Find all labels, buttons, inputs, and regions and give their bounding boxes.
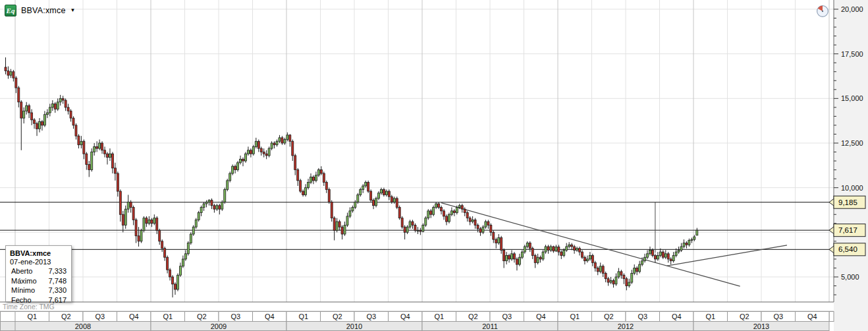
candlestick xyxy=(691,239,693,240)
candlestick xyxy=(292,141,294,156)
candlestick xyxy=(7,71,9,75)
data-tooltip: BBVA:xmce 07-ene-2013 Aberto 7,333 Máxim… xyxy=(5,245,72,302)
quarter-label: Q2 xyxy=(197,313,207,320)
candlestick xyxy=(75,125,77,136)
quarter-label: Q1 xyxy=(570,313,580,320)
candlestick xyxy=(336,222,338,231)
candlestick xyxy=(651,250,653,255)
candlestick xyxy=(341,227,343,234)
candlestick xyxy=(524,247,526,252)
candlestick xyxy=(393,198,395,202)
candlestick xyxy=(187,243,189,254)
candlestick xyxy=(190,234,192,243)
candlestick xyxy=(211,200,213,206)
candlestick xyxy=(43,115,45,125)
candlestick xyxy=(323,173,325,183)
candlestick xyxy=(602,266,604,274)
candlestick xyxy=(219,206,221,209)
candlestick xyxy=(506,256,508,261)
candlestick xyxy=(686,243,688,245)
candlestick xyxy=(265,154,267,156)
candlestick xyxy=(398,207,400,218)
y-axis-label: 20,000 xyxy=(841,5,863,13)
candlestick xyxy=(140,231,142,241)
candlestick xyxy=(111,154,113,168)
quarter-label: Q1 xyxy=(27,313,37,320)
candlestick xyxy=(305,188,307,195)
candlestick xyxy=(138,236,140,241)
candlestick xyxy=(213,206,215,209)
candlestick xyxy=(670,259,672,261)
candlestick xyxy=(198,213,200,220)
candlestick xyxy=(456,207,458,212)
candlestick xyxy=(164,249,166,258)
candlestick xyxy=(130,202,132,207)
tooltip-row-high: Máximo 7,748 xyxy=(10,276,67,286)
candlestick xyxy=(294,156,296,170)
candlestick xyxy=(560,252,562,255)
candlestick xyxy=(80,141,82,144)
candlestick xyxy=(375,198,377,206)
chart-window: 20,00017,50015,00012,50010,0005,000Q1Q2Q… xyxy=(0,0,868,331)
year-label: 2009 xyxy=(211,322,227,330)
quarter-label: Q3 xyxy=(231,313,240,320)
candlestick xyxy=(479,229,481,232)
candlestick xyxy=(117,173,119,191)
candlestick xyxy=(373,200,375,206)
price-chart[interactable]: 20,00017,50015,00012,50010,0005,000Q1Q2Q… xyxy=(0,0,868,331)
candlestick xyxy=(377,193,379,198)
symbol-label: BBVA:xmce xyxy=(21,6,66,15)
candlestick xyxy=(172,277,174,284)
candlestick xyxy=(586,259,588,261)
quarter-label: Q1 xyxy=(705,313,715,320)
tooltip-date: 07-ene-2013 xyxy=(10,258,67,266)
candlestick xyxy=(78,136,80,145)
candlestick xyxy=(583,257,585,260)
candlestick xyxy=(99,143,101,148)
candlestick xyxy=(508,256,510,259)
candlestick xyxy=(469,218,471,222)
candlestick xyxy=(618,272,620,277)
candlestick xyxy=(628,282,630,286)
candlestick xyxy=(119,191,121,214)
candlestick xyxy=(644,257,646,260)
candlestick xyxy=(518,257,520,264)
candlestick xyxy=(636,268,638,271)
tooltip-open-value: 7,333 xyxy=(48,266,67,276)
tooltip-low-value: 7,330 xyxy=(48,286,67,295)
candlestick xyxy=(203,204,205,207)
candlestick xyxy=(135,220,137,235)
candlestick xyxy=(534,256,536,263)
tooltip-close-value: 7,617 xyxy=(48,295,67,305)
candlestick xyxy=(59,98,61,102)
candlestick xyxy=(182,259,184,266)
candlestick xyxy=(430,211,432,214)
candlestick xyxy=(229,173,231,181)
quarter-label: Q2 xyxy=(604,313,614,320)
chevron-down-icon[interactable]: ▼ xyxy=(70,8,76,13)
candlestick xyxy=(513,254,515,259)
quarter-label: Q2 xyxy=(61,313,71,320)
candlestick xyxy=(167,257,169,270)
candlestick xyxy=(240,159,242,162)
candlestick xyxy=(448,214,450,222)
candlestick xyxy=(461,206,463,209)
candlestick xyxy=(234,166,236,169)
symbol-selector[interactable]: Eq BBVA:xmce ▼ xyxy=(5,5,75,16)
quarter-label: Q4 xyxy=(536,313,546,320)
candlestick xyxy=(401,218,403,227)
callout-label: 9,185 xyxy=(838,198,857,206)
candlestick xyxy=(493,232,495,239)
year-label: 2013 xyxy=(753,322,769,330)
candlestick xyxy=(279,138,281,141)
candlestick xyxy=(529,243,531,249)
candlestick xyxy=(354,202,356,207)
year-cell xyxy=(1,322,16,331)
candlestick xyxy=(312,177,314,180)
candlestick xyxy=(466,213,468,218)
candlestick xyxy=(362,186,364,189)
candlestick xyxy=(563,250,565,255)
candlestick xyxy=(54,104,56,109)
tooltip-row-low: Mínimo 7,330 xyxy=(10,286,67,295)
candlestick xyxy=(127,202,129,209)
